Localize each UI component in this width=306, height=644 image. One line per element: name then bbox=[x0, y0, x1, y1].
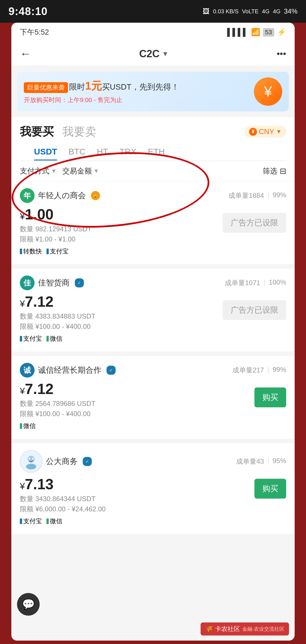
banner-icon: ¥ bbox=[254, 77, 282, 106]
svg-point-2 bbox=[26, 464, 36, 469]
price-row: ¥7.13 bbox=[20, 476, 286, 493]
more-menu-button[interactable]: ••• bbox=[277, 48, 286, 59]
payment-tag-wechat: 微信 bbox=[46, 517, 62, 526]
yen-robot-icon: ¥ bbox=[264, 83, 272, 100]
completion-rate: 99% bbox=[273, 366, 286, 375]
inner-time: 下午5:52 bbox=[20, 27, 49, 37]
price-row: ¥7.12 bbox=[20, 380, 286, 397]
coin-tabs: USDT BTC HT TRX ETH bbox=[20, 139, 286, 161]
banner-text: 巨量优惠来袭 限时1元买USDT，先到先得！ 开放购买时间：上午9:00 - 售… bbox=[24, 79, 254, 104]
status-icons: 🖼 0.03 KB/S VoLTE 4G 4G 34% bbox=[203, 7, 298, 15]
ad-limited-button[interactable]: 广告方已设限 bbox=[223, 213, 286, 233]
signal-4g-icon: 4G bbox=[262, 8, 270, 15]
status-time: 9:48:10 bbox=[8, 5, 48, 18]
currency-label: CNY bbox=[259, 127, 274, 136]
signal-4g2-icon: 4G bbox=[273, 8, 280, 15]
merchant-header: 诚 诚信经营长期合作 ✓ 成单量217 | 99% bbox=[20, 363, 286, 378]
verified-badge: ✓ bbox=[83, 457, 92, 466]
banner-sub-text: 开放购买时间：上午9:00 - 售完为止 bbox=[24, 96, 254, 104]
completed-orders: 成单量43 bbox=[236, 457, 264, 466]
merchant-info: 公大商务 ✓ bbox=[20, 450, 92, 473]
trade-amount-filter[interactable]: 交易金额 ▼ bbox=[62, 166, 99, 176]
merchant-info: 诚 诚信经营长期合作 ✓ bbox=[20, 363, 116, 378]
payment-method-filter[interactable]: 支付方式 ▼ bbox=[20, 166, 57, 176]
quantity-info: 数量 2564.789686 USDT bbox=[20, 399, 286, 408]
watermark-text: 卡农社区 bbox=[215, 625, 240, 633]
tab-btc[interactable]: BTC bbox=[63, 144, 91, 160]
chat-button[interactable]: 💬 bbox=[17, 593, 40, 616]
completed-orders: 成单量1884 bbox=[228, 191, 264, 200]
merchant-card: 年 年轻人の商会 🔒 成单量1884 | 99% ¥1.00 数量 982.12… bbox=[11, 181, 295, 264]
tab-trx[interactable]: TRX bbox=[114, 144, 142, 160]
buy-button[interactable]: 购买 bbox=[254, 479, 286, 499]
payment-tag-zhuanshu: 转数快 bbox=[20, 247, 42, 256]
network-speed: 0.03 KB/S bbox=[213, 8, 239, 15]
payment-dot bbox=[46, 249, 49, 254]
promotion-banner[interactable]: 巨量优惠来袭 限时1元买USDT，先到先得！ 开放购买时间：上午9:00 - 售… bbox=[17, 72, 289, 111]
avatar: 诚 bbox=[20, 363, 35, 378]
currency-dropdown-icon: ▼ bbox=[276, 128, 282, 135]
payment-tags: 支付宝 微信 bbox=[20, 517, 286, 526]
nav-title-area[interactable]: C2C ▼ bbox=[139, 48, 169, 60]
watermark: 🌾 卡农社区 金融·农业交流社区 bbox=[201, 622, 289, 635]
battery-inner-icon: 53 bbox=[263, 28, 274, 37]
merchant-name: 诚信经营长期合作 bbox=[38, 365, 101, 376]
filter-icon: ⊟ bbox=[280, 166, 286, 176]
merchant-stats: 成单量1884 | 99% bbox=[228, 191, 286, 200]
payment-dot bbox=[46, 336, 49, 342]
buy-button[interactable]: 购买 bbox=[254, 387, 286, 407]
tab-ht[interactable]: HT bbox=[91, 144, 114, 160]
completion-rate: 99% bbox=[273, 191, 286, 200]
completion-rate: 100% bbox=[269, 278, 286, 287]
charging-icon: ⚡ bbox=[277, 28, 286, 37]
buy-sell-tabs: 我要买 我要卖 ¥ CNY ▼ bbox=[20, 124, 286, 139]
limit-info: 限额 ¥100.00 - ¥400.00 bbox=[20, 409, 286, 418]
buy-sell-section: 我要买 我要卖 ¥ CNY ▼ USDT BTC HT TRX ETH bbox=[11, 117, 295, 161]
merchant-name: 公大商务 bbox=[46, 456, 78, 467]
payment-tag-wechat: 微信 bbox=[20, 422, 36, 430]
payment-tag-alipay: 支付宝 bbox=[46, 247, 69, 256]
svg-point-4 bbox=[32, 458, 34, 459]
inner-status-bar: 下午5:52 ▌▌▌▌ 📶 53 ⚡ bbox=[11, 23, 295, 42]
payment-dot bbox=[20, 249, 22, 254]
filter-button[interactable]: 筛选 ⊟ bbox=[263, 166, 286, 176]
chat-icon: 💬 bbox=[22, 598, 35, 610]
merchant-header: 年 年轻人の商会 🔒 成单量1884 | 99% bbox=[20, 188, 286, 203]
completion-rate: 95% bbox=[273, 457, 286, 466]
tab-usdt[interactable]: USDT bbox=[28, 144, 63, 160]
limit-info: 限额 ¥6,000.00 - ¥24,462.00 bbox=[20, 505, 286, 514]
merchant-stats: 成单量217 | 99% bbox=[232, 366, 286, 375]
payment-tag-wechat: 微信 bbox=[46, 334, 62, 343]
payment-tag-alipay: 支付宝 bbox=[20, 334, 42, 343]
price: ¥1.00 bbox=[20, 206, 54, 223]
wifi-icon: 📶 bbox=[251, 28, 260, 37]
cny-icon: ¥ bbox=[249, 128, 257, 136]
merchant-info: 佳 佳智货商 ✓ bbox=[20, 276, 84, 290]
verified-badge: ✓ bbox=[107, 366, 116, 375]
merchant-header: 公大商务 ✓ 成单量43 | 95% bbox=[20, 450, 286, 473]
notification-icon: 🖼 bbox=[203, 7, 210, 15]
limit-info: 限额 ¥100.00 - ¥400.00 bbox=[20, 322, 286, 331]
sell-tab[interactable]: 我要卖 bbox=[62, 124, 96, 139]
merchant-list: 年 年轻人の商会 🔒 成单量1884 | 99% ¥1.00 数量 982.12… bbox=[11, 181, 295, 534]
completed-orders: 成单量1071 bbox=[225, 278, 260, 287]
quantity-info: 数量 3430.864344 USDT bbox=[20, 494, 286, 503]
payment-dropdown-icon: ▼ bbox=[51, 168, 57, 174]
buy-tab[interactable]: 我要买 bbox=[20, 124, 54, 139]
ad-limited-button[interactable]: 广告方已设限 bbox=[223, 300, 286, 320]
payment-dot bbox=[46, 518, 49, 524]
currency-selector[interactable]: ¥ CNY ▼ bbox=[245, 126, 286, 138]
price: ¥7.12 bbox=[20, 381, 54, 397]
avatar: 佳 bbox=[20, 276, 35, 290]
tab-eth[interactable]: ETH bbox=[142, 144, 171, 160]
watermark-icon: 🌾 bbox=[205, 625, 213, 633]
payment-tags: 支付宝 微信 bbox=[20, 334, 286, 343]
amount-dropdown-icon: ▼ bbox=[94, 168, 99, 174]
main-screen: 下午5:52 ▌▌▌▌ 📶 53 ⚡ ← C2C ▼ ••• 巨量优惠来袭 限时… bbox=[11, 23, 295, 641]
svg-point-3 bbox=[29, 458, 30, 459]
filter-bar: 支付方式 ▼ 交易金额 ▼ 筛选 ⊟ bbox=[11, 161, 295, 181]
battery-icon: 34% bbox=[284, 7, 298, 15]
back-button[interactable]: ← bbox=[20, 47, 31, 60]
merchant-name: 佳智货商 bbox=[38, 277, 70, 288]
verified-badge: ✓ bbox=[75, 278, 84, 287]
